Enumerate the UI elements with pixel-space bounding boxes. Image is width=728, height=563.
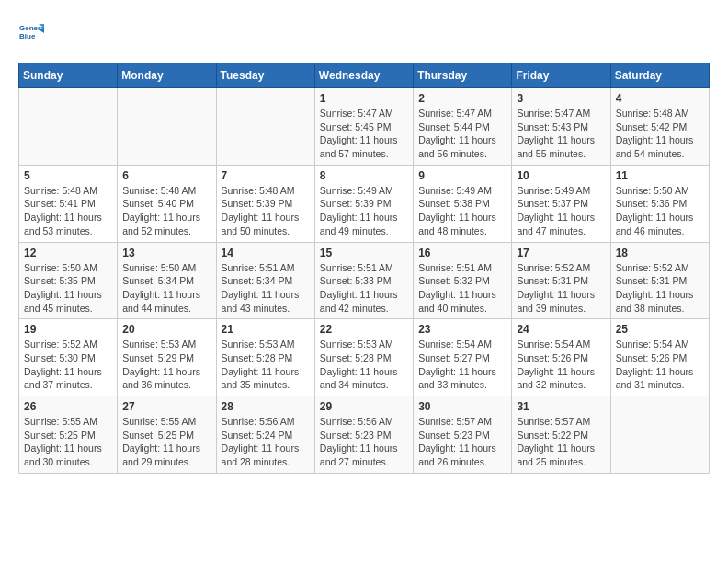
day-info: Sunrise: 5:47 AM Sunset: 5:45 PM Dayligh…: [320, 107, 408, 161]
day-number: 26: [24, 400, 112, 413]
day-number: 24: [517, 323, 605, 336]
day-number: 2: [418, 92, 506, 105]
calendar-cell: 2Sunrise: 5:47 AM Sunset: 5:44 PM Daylig…: [414, 88, 512, 166]
day-info: Sunrise: 5:53 AM Sunset: 5:28 PM Dayligh…: [320, 338, 408, 392]
calendar-cell: 17Sunrise: 5:52 AM Sunset: 5:31 PM Dayli…: [512, 242, 610, 319]
day-info: Sunrise: 5:51 AM Sunset: 5:34 PM Dayligh…: [222, 261, 310, 316]
calendar-week-5: 26Sunrise: 5:55 AM Sunset: 5:25 PM Dayli…: [19, 396, 710, 474]
calendar-cell: 28Sunrise: 5:56 AM Sunset: 5:24 PM Dayli…: [216, 396, 314, 474]
day-info: Sunrise: 5:47 AM Sunset: 5:44 PM Dayligh…: [418, 107, 506, 161]
svg-text:General: General: [19, 24, 44, 32]
calendar-cell: 7Sunrise: 5:48 AM Sunset: 5:39 PM Daylig…: [216, 165, 314, 242]
calendar-week-3: 12Sunrise: 5:50 AM Sunset: 5:35 PM Dayli…: [19, 242, 710, 319]
calendar-cell: 24Sunrise: 5:54 AM Sunset: 5:26 PM Dayli…: [512, 319, 610, 396]
calendar-cell: 14Sunrise: 5:51 AM Sunset: 5:34 PM Dayli…: [216, 242, 314, 319]
day-info: Sunrise: 5:50 AM Sunset: 5:34 PM Dayligh…: [122, 261, 210, 316]
weekday-header-tuesday: Tuesday: [216, 63, 314, 88]
day-info: Sunrise: 5:56 AM Sunset: 5:23 PM Dayligh…: [320, 415, 408, 469]
day-info: Sunrise: 5:54 AM Sunset: 5:26 PM Dayligh…: [517, 338, 605, 392]
day-number: 10: [517, 169, 605, 182]
logo: General Blue: [18, 18, 48, 44]
calendar-cell: 26Sunrise: 5:55 AM Sunset: 5:25 PM Dayli…: [19, 396, 118, 474]
calendar-cell: 30Sunrise: 5:57 AM Sunset: 5:23 PM Dayli…: [414, 396, 512, 474]
day-number: 13: [122, 247, 210, 259]
calendar-cell: 18Sunrise: 5:52 AM Sunset: 5:31 PM Dayli…: [610, 242, 709, 319]
calendar-cell: [610, 396, 709, 474]
day-number: 14: [222, 247, 310, 259]
calendar-week-1: 1Sunrise: 5:47 AM Sunset: 5:45 PM Daylig…: [19, 88, 710, 166]
day-number: 5: [24, 169, 112, 182]
calendar-cell: 25Sunrise: 5:54 AM Sunset: 5:26 PM Dayli…: [610, 319, 709, 396]
weekday-header-thursday: Thursday: [414, 63, 512, 88]
day-number: 22: [320, 323, 408, 336]
calendar-cell: 8Sunrise: 5:49 AM Sunset: 5:39 PM Daylig…: [314, 165, 413, 242]
calendar-cell: 21Sunrise: 5:53 AM Sunset: 5:28 PM Dayli…: [216, 319, 314, 396]
day-number: 12: [24, 247, 112, 259]
calendar-cell: 20Sunrise: 5:53 AM Sunset: 5:29 PM Dayli…: [118, 319, 216, 396]
day-info: Sunrise: 5:48 AM Sunset: 5:41 PM Dayligh…: [24, 184, 112, 238]
calendar-cell: 31Sunrise: 5:57 AM Sunset: 5:22 PM Dayli…: [512, 396, 610, 474]
day-info: Sunrise: 5:52 AM Sunset: 5:30 PM Dayligh…: [24, 338, 112, 392]
calendar-cell: 23Sunrise: 5:54 AM Sunset: 5:27 PM Dayli…: [414, 319, 512, 396]
calendar-week-2: 5Sunrise: 5:48 AM Sunset: 5:41 PM Daylig…: [19, 165, 710, 242]
calendar-cell: 4Sunrise: 5:48 AM Sunset: 5:42 PM Daylig…: [610, 88, 709, 166]
day-info: Sunrise: 5:52 AM Sunset: 5:31 PM Dayligh…: [616, 261, 704, 316]
weekday-header-monday: Monday: [118, 63, 216, 88]
day-info: Sunrise: 5:51 AM Sunset: 5:32 PM Dayligh…: [418, 261, 506, 316]
calendar-header: SundayMondayTuesdayWednesdayThursdayFrid…: [19, 63, 710, 88]
logo-icon: General Blue: [18, 18, 44, 44]
day-number: 19: [24, 323, 112, 336]
day-number: 20: [122, 323, 210, 336]
day-number: 11: [616, 169, 704, 182]
day-info: Sunrise: 5:50 AM Sunset: 5:36 PM Dayligh…: [616, 184, 704, 238]
day-info: Sunrise: 5:49 AM Sunset: 5:37 PM Dayligh…: [517, 184, 605, 238]
day-number: 6: [122, 169, 210, 182]
day-info: Sunrise: 5:48 AM Sunset: 5:39 PM Dayligh…: [222, 184, 310, 238]
day-info: Sunrise: 5:51 AM Sunset: 5:33 PM Dayligh…: [320, 261, 408, 316]
day-number: 4: [616, 92, 704, 105]
day-number: 9: [418, 169, 506, 182]
day-info: Sunrise: 5:54 AM Sunset: 5:27 PM Dayligh…: [418, 338, 506, 392]
day-info: Sunrise: 5:57 AM Sunset: 5:22 PM Dayligh…: [517, 415, 605, 469]
day-number: 18: [616, 247, 704, 259]
calendar-cell: 15Sunrise: 5:51 AM Sunset: 5:33 PM Dayli…: [314, 242, 413, 319]
day-number: 31: [517, 400, 605, 413]
day-number: 29: [320, 400, 408, 413]
calendar-cell: [19, 88, 118, 166]
day-info: Sunrise: 5:55 AM Sunset: 5:25 PM Dayligh…: [24, 415, 112, 469]
weekday-header-row: SundayMondayTuesdayWednesdayThursdayFrid…: [19, 63, 710, 88]
day-info: Sunrise: 5:55 AM Sunset: 5:25 PM Dayligh…: [122, 415, 210, 469]
calendar-cell: 29Sunrise: 5:56 AM Sunset: 5:23 PM Dayli…: [314, 396, 413, 474]
day-number: 23: [418, 323, 506, 336]
svg-text:Blue: Blue: [19, 32, 36, 40]
day-info: Sunrise: 5:53 AM Sunset: 5:29 PM Dayligh…: [122, 338, 210, 392]
weekday-header-friday: Friday: [512, 63, 610, 88]
day-number: 17: [517, 247, 605, 259]
calendar-cell: 10Sunrise: 5:49 AM Sunset: 5:37 PM Dayli…: [512, 165, 610, 242]
day-number: 27: [122, 400, 210, 413]
weekday-header-sunday: Sunday: [19, 63, 118, 88]
day-number: 1: [320, 92, 408, 105]
day-info: Sunrise: 5:50 AM Sunset: 5:35 PM Dayligh…: [24, 261, 112, 316]
calendar-table: SundayMondayTuesdayWednesdayThursdayFrid…: [18, 63, 710, 474]
day-info: Sunrise: 5:49 AM Sunset: 5:39 PM Dayligh…: [320, 184, 408, 238]
calendar-body: 1Sunrise: 5:47 AM Sunset: 5:45 PM Daylig…: [19, 88, 710, 474]
day-info: Sunrise: 5:47 AM Sunset: 5:43 PM Dayligh…: [517, 107, 605, 161]
calendar-cell: 19Sunrise: 5:52 AM Sunset: 5:30 PM Dayli…: [19, 319, 118, 396]
calendar-cell: 11Sunrise: 5:50 AM Sunset: 5:36 PM Dayli…: [610, 165, 709, 242]
calendar-cell: 27Sunrise: 5:55 AM Sunset: 5:25 PM Dayli…: [118, 396, 216, 474]
day-number: 25: [616, 323, 704, 336]
day-number: 15: [320, 247, 408, 259]
day-info: Sunrise: 5:57 AM Sunset: 5:23 PM Dayligh…: [418, 415, 506, 469]
day-number: 28: [222, 400, 310, 413]
calendar-cell: 5Sunrise: 5:48 AM Sunset: 5:41 PM Daylig…: [19, 165, 118, 242]
calendar-cell: [118, 88, 216, 166]
weekday-header-saturday: Saturday: [610, 63, 709, 88]
day-info: Sunrise: 5:48 AM Sunset: 5:40 PM Dayligh…: [122, 184, 210, 238]
calendar-cell: 6Sunrise: 5:48 AM Sunset: 5:40 PM Daylig…: [118, 165, 216, 242]
day-number: 21: [222, 323, 310, 336]
calendar-cell: 16Sunrise: 5:51 AM Sunset: 5:32 PM Dayli…: [414, 242, 512, 319]
calendar-cell: [216, 88, 314, 166]
weekday-header-wednesday: Wednesday: [314, 63, 413, 88]
day-number: 8: [320, 169, 408, 182]
